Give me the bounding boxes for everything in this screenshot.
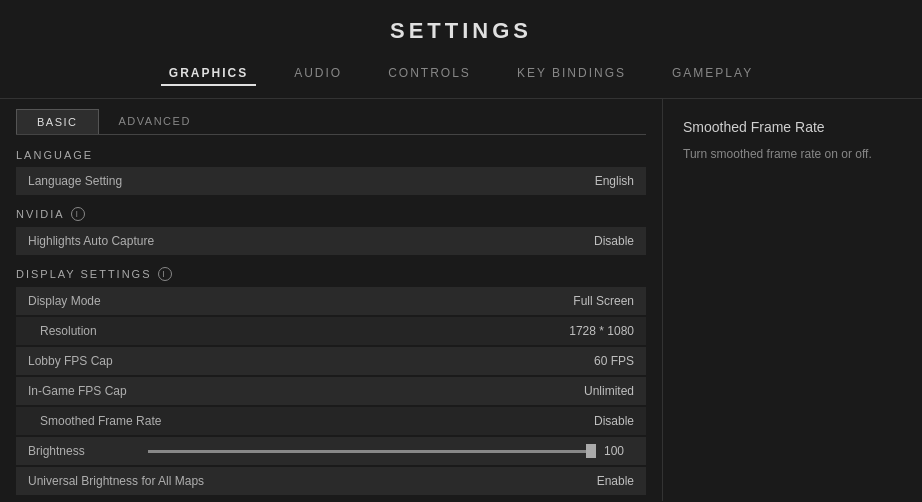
setting-value-nvidia: Disable: [594, 234, 634, 248]
setting-row-universal-brightness[interactable]: Universal Brightness for All Maps Enable: [16, 467, 646, 495]
slider-fill: [148, 450, 596, 453]
setting-value-language: English: [595, 174, 634, 188]
info-icon-display: i: [158, 267, 172, 281]
setting-value-display-mode: Full Screen: [573, 294, 634, 308]
setting-row-display-mode[interactable]: Display Mode Full Screen: [16, 287, 646, 315]
top-nav: GRAPHICS AUDIO CONTROLS KEY BINDINGS GAM…: [0, 54, 922, 99]
section-label-language: LANGUAGE: [16, 149, 646, 161]
setting-row-language[interactable]: Language Setting English: [16, 167, 646, 195]
page-title: SETTINGS: [0, 0, 922, 54]
tab-basic[interactable]: BASIC: [16, 109, 99, 134]
section-label-nvidia: NVIDIA i: [16, 207, 646, 221]
info-icon-nvidia: i: [71, 207, 85, 221]
nav-item-gameplay[interactable]: GAMEPLAY: [664, 62, 761, 86]
setting-row-lobby-fps[interactable]: Lobby FPS Cap 60 FPS: [16, 347, 646, 375]
setting-name-ingame-fps: In-Game FPS Cap: [28, 384, 584, 398]
left-panel: BASIC ADVANCED LANGUAGE Language Setting…: [0, 99, 662, 501]
brightness-label: Brightness: [28, 444, 148, 458]
slider-container[interactable]: 100: [148, 444, 634, 458]
slider-track[interactable]: [148, 450, 596, 453]
slider-value: 100: [604, 444, 634, 458]
setting-row-resolution[interactable]: Resolution 1728 * 1080: [16, 317, 646, 345]
section-label-display: DISPLAY SETTINGS i: [16, 267, 646, 281]
content-area: BASIC ADVANCED LANGUAGE Language Setting…: [0, 99, 922, 501]
tab-advanced[interactable]: ADVANCED: [99, 109, 211, 134]
setting-value-resolution: 1728 * 1080: [569, 324, 634, 338]
setting-name-nvidia: Highlights Auto Capture: [28, 234, 594, 248]
setting-name-lobby-fps: Lobby FPS Cap: [28, 354, 594, 368]
setting-name-smoothed-fps: Smoothed Frame Rate: [40, 414, 594, 428]
setting-row-smoothed-fps[interactable]: Smoothed Frame Rate Disable: [16, 407, 646, 435]
nav-item-audio[interactable]: AUDIO: [286, 62, 350, 86]
setting-value-universal-brightness: Enable: [597, 474, 634, 488]
setting-name-display-mode: Display Mode: [28, 294, 573, 308]
setting-value-smoothed-fps: Disable: [594, 414, 634, 428]
setting-row-ingame-fps[interactable]: In-Game FPS Cap Unlimited: [16, 377, 646, 405]
right-panel: Smoothed Frame Rate Turn smoothed frame …: [662, 99, 922, 501]
tab-bar: BASIC ADVANCED: [16, 109, 646, 135]
setting-name-language: Language Setting: [28, 174, 595, 188]
setting-name-resolution: Resolution: [40, 324, 569, 338]
nav-item-controls[interactable]: CONTROLS: [380, 62, 479, 86]
setting-name-universal-brightness: Universal Brightness for All Maps: [28, 474, 597, 488]
right-panel-title: Smoothed Frame Rate: [683, 119, 902, 135]
setting-value-ingame-fps: Unlimited: [584, 384, 634, 398]
setting-row-nvidia[interactable]: Highlights Auto Capture Disable: [16, 227, 646, 255]
right-panel-desc: Turn smoothed frame rate on or off.: [683, 145, 902, 164]
brightness-row[interactable]: Brightness 100: [16, 437, 646, 465]
nav-item-graphics[interactable]: GRAPHICS: [161, 62, 256, 86]
setting-value-lobby-fps: 60 FPS: [594, 354, 634, 368]
nav-item-keybindings[interactable]: KEY BINDINGS: [509, 62, 634, 86]
slider-thumb[interactable]: [586, 444, 596, 458]
